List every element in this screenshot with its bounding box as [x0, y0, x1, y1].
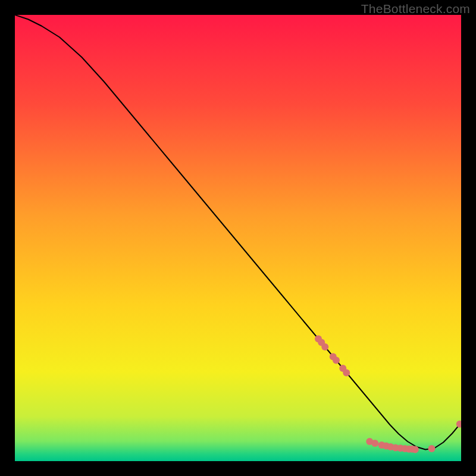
data-marker — [371, 440, 378, 447]
attribution-label: TheBottleneck.com — [361, 2, 470, 16]
data-marker — [321, 343, 328, 350]
data-marker — [343, 369, 350, 377]
gradient-background — [15, 15, 461, 461]
data-marker — [428, 445, 436, 452]
chart-container: TheBottleneck.com — [0, 0, 476, 476]
data-marker — [412, 446, 419, 453]
data-marker — [333, 357, 340, 364]
bottleneck-chart — [15, 15, 461, 461]
